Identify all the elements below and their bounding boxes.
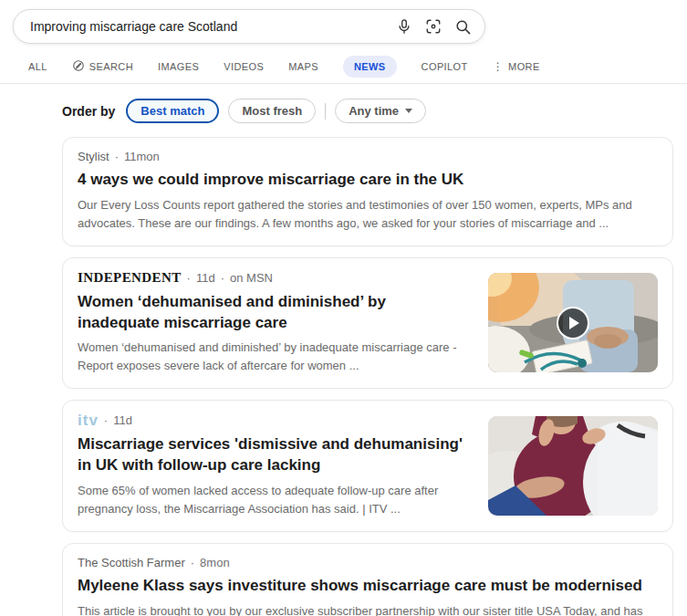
tab-more-label: MORE xyxy=(508,61,540,72)
search-bar xyxy=(13,9,485,44)
source-row: Stylist · 11mon xyxy=(78,150,658,163)
filter-bar: Order by Best match Most fresh Any time xyxy=(62,99,426,123)
search-input[interactable] xyxy=(30,19,396,34)
meta-separator: · xyxy=(115,150,119,163)
article-title[interactable]: Myleene Klass says investiture shows mis… xyxy=(78,576,658,597)
any-time-dropdown[interactable]: Any time xyxy=(335,99,426,123)
news-card: The Scottish Farmer · 8mon Myleene Klass… xyxy=(62,543,673,616)
filter-divider xyxy=(325,103,326,120)
news-card: Stylist · 11mon 4 ways we could improve … xyxy=(62,137,673,246)
search-icon[interactable] xyxy=(454,18,472,36)
news-card: INDEPENDENT · 11d · on MSN Women ‘dehuma… xyxy=(62,257,673,390)
search-vertical-tabs: ALL SEARCH IMAGES VIDEOS MAPS NEWS COPIL… xyxy=(28,55,540,78)
source-name[interactable]: Stylist xyxy=(78,150,109,163)
source-row: itv · 11d xyxy=(78,412,472,428)
source-row: The Scottish Farmer · 8mon xyxy=(78,556,658,569)
news-card: itv · 11d Miscarriage services 'dismissi… xyxy=(62,400,673,532)
visual-search-icon[interactable] xyxy=(425,18,442,35)
article-age: 11d xyxy=(113,413,132,427)
best-match-filter[interactable]: Best match xyxy=(126,99,219,123)
source-row: INDEPENDENT · 11d · on MSN xyxy=(78,270,472,286)
tab-all[interactable]: ALL xyxy=(28,61,47,72)
article-age: 11d xyxy=(196,271,215,285)
article-age: 8mon xyxy=(200,556,230,569)
article-thumbnail[interactable] xyxy=(488,416,658,516)
tab-images[interactable]: IMAGES xyxy=(158,61,199,72)
meta-separator: · xyxy=(221,271,224,285)
meta-separator: · xyxy=(191,556,194,569)
article-snippet: Some 65% of women lacked access to adequ… xyxy=(78,482,472,518)
article-snippet: Women ‘dehumanised and diminished’ by in… xyxy=(78,339,472,375)
tab-copilot[interactable]: COPILOT xyxy=(422,61,468,72)
article-age: 11mon xyxy=(124,150,160,163)
any-time-label: Any time xyxy=(349,104,399,118)
news-results-list: Stylist · 11mon 4 ways we could improve … xyxy=(62,137,673,616)
article-title[interactable]: Miscarriage services 'dismissive and deh… xyxy=(78,434,472,475)
tab-videos[interactable]: VIDEOS xyxy=(224,61,264,72)
article-snippet: This article is brought to you by our ex… xyxy=(78,602,658,616)
source-logo-itv[interactable]: itv xyxy=(78,412,99,428)
play-button[interactable] xyxy=(557,307,589,339)
chevron-down-icon xyxy=(405,109,412,113)
source-name[interactable]: The Scottish Farmer xyxy=(78,556,185,569)
tab-search-label: SEARCH xyxy=(89,61,133,72)
deep-search-icon xyxy=(72,59,85,74)
source-logo-independent[interactable]: INDEPENDENT xyxy=(78,270,182,286)
tab-more[interactable]: ⋮ MORE xyxy=(493,60,540,73)
article-title[interactable]: Women ‘dehumanised and diminished’ by in… xyxy=(78,292,472,333)
article-thumbnail[interactable] xyxy=(488,273,658,372)
more-dots-icon: ⋮ xyxy=(493,60,504,73)
meta-separator: · xyxy=(187,271,191,285)
header-divider xyxy=(0,83,687,84)
order-by-label: Order by xyxy=(62,104,115,119)
on-msn-label: on MSN xyxy=(230,271,273,285)
article-snippet: Our Every Loss Counts report gathered th… xyxy=(78,196,658,233)
tab-search[interactable]: SEARCH xyxy=(72,59,133,74)
microphone-icon[interactable] xyxy=(396,18,412,35)
tab-maps[interactable]: MAPS xyxy=(288,61,318,72)
meta-separator: · xyxy=(104,413,108,427)
article-title[interactable]: 4 ways we could improve miscarriage care… xyxy=(78,170,658,191)
tab-news[interactable]: NEWS xyxy=(343,56,397,78)
most-fresh-filter[interactable]: Most fresh xyxy=(228,99,316,123)
